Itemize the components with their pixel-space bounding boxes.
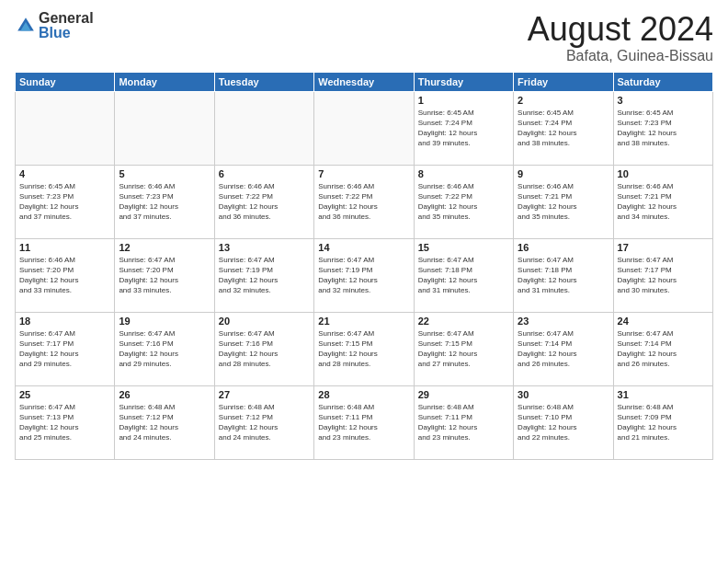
calendar-day: 24Sunrise: 6:47 AM Sunset: 7:14 PM Dayli… [613, 312, 712, 385]
day-info: Sunrise: 6:46 AM Sunset: 7:20 PM Dayligh… [19, 255, 110, 296]
day-info: Sunrise: 6:45 AM Sunset: 7:24 PM Dayligh… [418, 108, 509, 149]
calendar-day: 27Sunrise: 6:48 AM Sunset: 7:12 PM Dayli… [214, 385, 313, 459]
calendar-week-4: 18Sunrise: 6:47 AM Sunset: 7:17 PM Dayli… [16, 312, 713, 385]
col-saturday: Saturday [613, 72, 712, 91]
calendar-day: 8Sunrise: 6:46 AM Sunset: 7:22 PM Daylig… [414, 165, 513, 238]
calendar-day: 6Sunrise: 6:46 AM Sunset: 7:22 PM Daylig… [214, 165, 313, 238]
day-number: 19 [119, 316, 210, 327]
day-info: Sunrise: 6:48 AM Sunset: 7:11 PM Dayligh… [418, 402, 509, 443]
calendar-week-3: 11Sunrise: 6:46 AM Sunset: 7:20 PM Dayli… [16, 238, 713, 312]
col-monday: Monday [115, 72, 214, 91]
day-info: Sunrise: 6:47 AM Sunset: 7:17 PM Dayligh… [19, 328, 110, 370]
calendar-day: 25Sunrise: 6:47 AM Sunset: 7:13 PM Dayli… [16, 385, 115, 459]
day-number: 4 [19, 168, 110, 179]
day-number: 27 [219, 389, 310, 400]
day-number: 11 [19, 242, 110, 253]
logo-icon [15, 15, 37, 37]
calendar-day: 23Sunrise: 6:47 AM Sunset: 7:14 PM Dayli… [514, 312, 613, 385]
calendar-week-2: 4Sunrise: 6:45 AM Sunset: 7:23 PM Daylig… [16, 165, 713, 238]
day-info: Sunrise: 6:46 AM Sunset: 7:23 PM Dayligh… [119, 181, 210, 223]
day-number: 28 [318, 389, 409, 400]
calendar-day [115, 91, 214, 165]
day-number: 25 [19, 389, 110, 400]
day-info: Sunrise: 6:47 AM Sunset: 7:17 PM Dayligh… [618, 255, 709, 296]
logo-general: General [39, 11, 94, 26]
day-info: Sunrise: 6:48 AM Sunset: 7:10 PM Dayligh… [518, 402, 609, 443]
day-number: 1 [418, 95, 509, 106]
day-info: Sunrise: 6:47 AM Sunset: 7:20 PM Dayligh… [119, 255, 210, 296]
calendar-day: 17Sunrise: 6:47 AM Sunset: 7:17 PM Dayli… [613, 238, 712, 312]
day-number: 24 [618, 316, 709, 327]
calendar-day: 18Sunrise: 6:47 AM Sunset: 7:17 PM Dayli… [16, 312, 115, 385]
calendar-day: 21Sunrise: 6:47 AM Sunset: 7:15 PM Dayli… [314, 312, 414, 385]
day-number: 2 [518, 95, 609, 106]
col-thursday: Thursday [414, 72, 513, 91]
day-info: Sunrise: 6:48 AM Sunset: 7:09 PM Dayligh… [618, 402, 709, 443]
day-number: 16 [518, 242, 609, 253]
calendar-day: 16Sunrise: 6:47 AM Sunset: 7:18 PM Dayli… [514, 238, 613, 312]
calendar-day: 2Sunrise: 6:45 AM Sunset: 7:24 PM Daylig… [514, 91, 613, 165]
calendar-day [214, 91, 313, 165]
calendar-day: 31Sunrise: 6:48 AM Sunset: 7:09 PM Dayli… [613, 385, 712, 459]
day-info: Sunrise: 6:45 AM Sunset: 7:23 PM Dayligh… [618, 108, 709, 149]
calendar-day: 28Sunrise: 6:48 AM Sunset: 7:11 PM Dayli… [314, 385, 414, 459]
calendar-week-1: 1Sunrise: 6:45 AM Sunset: 7:24 PM Daylig… [16, 91, 713, 165]
day-info: Sunrise: 6:48 AM Sunset: 7:12 PM Dayligh… [119, 402, 210, 443]
day-number: 3 [618, 95, 709, 106]
col-sunday: Sunday [16, 72, 115, 91]
calendar-day: 5Sunrise: 6:46 AM Sunset: 7:23 PM Daylig… [115, 165, 214, 238]
day-info: Sunrise: 6:47 AM Sunset: 7:15 PM Dayligh… [318, 328, 409, 370]
day-info: Sunrise: 6:46 AM Sunset: 7:21 PM Dayligh… [618, 181, 709, 223]
calendar-day: 4Sunrise: 6:45 AM Sunset: 7:23 PM Daylig… [16, 165, 115, 238]
day-info: Sunrise: 6:48 AM Sunset: 7:11 PM Dayligh… [318, 402, 409, 443]
calendar-day: 15Sunrise: 6:47 AM Sunset: 7:18 PM Dayli… [414, 238, 513, 312]
col-friday: Friday [514, 72, 613, 91]
calendar-day: 26Sunrise: 6:48 AM Sunset: 7:12 PM Dayli… [115, 385, 214, 459]
day-info: Sunrise: 6:45 AM Sunset: 7:23 PM Dayligh… [19, 181, 110, 223]
calendar-day: 10Sunrise: 6:46 AM Sunset: 7:21 PM Dayli… [613, 165, 712, 238]
day-info: Sunrise: 6:48 AM Sunset: 7:12 PM Dayligh… [219, 402, 310, 443]
logo: General Blue [15, 11, 94, 40]
day-info: Sunrise: 6:47 AM Sunset: 7:14 PM Dayligh… [618, 328, 709, 370]
day-number: 31 [618, 389, 709, 400]
day-info: Sunrise: 6:46 AM Sunset: 7:22 PM Dayligh… [219, 181, 310, 223]
day-number: 18 [19, 316, 110, 327]
day-number: 26 [119, 389, 210, 400]
calendar-day: 11Sunrise: 6:46 AM Sunset: 7:20 PM Dayli… [16, 238, 115, 312]
day-number: 5 [119, 168, 210, 179]
calendar-day: 22Sunrise: 6:47 AM Sunset: 7:15 PM Dayli… [414, 312, 513, 385]
day-number: 22 [418, 316, 509, 327]
day-info: Sunrise: 6:46 AM Sunset: 7:21 PM Dayligh… [518, 181, 609, 223]
day-info: Sunrise: 6:47 AM Sunset: 7:19 PM Dayligh… [318, 255, 409, 296]
col-tuesday: Tuesday [214, 72, 313, 91]
calendar: Sunday Monday Tuesday Wednesday Thursday… [15, 72, 713, 460]
calendar-day: 13Sunrise: 6:47 AM Sunset: 7:19 PM Dayli… [214, 238, 313, 312]
calendar-day: 3Sunrise: 6:45 AM Sunset: 7:23 PM Daylig… [613, 91, 712, 165]
title-block: August 2024 Bafata, Guinea-Bissau [528, 11, 713, 64]
day-number: 10 [618, 168, 709, 179]
day-info: Sunrise: 6:47 AM Sunset: 7:19 PM Dayligh… [219, 255, 310, 296]
day-number: 30 [518, 389, 609, 400]
day-number: 8 [418, 168, 509, 179]
col-wednesday: Wednesday [314, 72, 414, 91]
calendar-day: 14Sunrise: 6:47 AM Sunset: 7:19 PM Dayli… [314, 238, 414, 312]
calendar-day: 30Sunrise: 6:48 AM Sunset: 7:10 PM Dayli… [514, 385, 613, 459]
logo-blue: Blue [39, 26, 94, 40]
day-info: Sunrise: 6:47 AM Sunset: 7:16 PM Dayligh… [119, 328, 210, 370]
day-number: 17 [618, 242, 709, 253]
day-number: 15 [418, 242, 509, 253]
day-info: Sunrise: 6:45 AM Sunset: 7:24 PM Dayligh… [518, 108, 609, 149]
calendar-day [16, 91, 115, 165]
calendar-header-row: Sunday Monday Tuesday Wednesday Thursday… [16, 72, 713, 91]
day-info: Sunrise: 6:47 AM Sunset: 7:16 PM Dayligh… [219, 328, 310, 370]
day-number: 29 [418, 389, 509, 400]
day-number: 20 [219, 316, 310, 327]
month-title: August 2024 [528, 11, 713, 48]
calendar-day: 29Sunrise: 6:48 AM Sunset: 7:11 PM Dayli… [414, 385, 513, 459]
day-info: Sunrise: 6:47 AM Sunset: 7:13 PM Dayligh… [19, 402, 110, 443]
day-number: 9 [518, 168, 609, 179]
day-info: Sunrise: 6:47 AM Sunset: 7:15 PM Dayligh… [418, 328, 509, 370]
day-number: 12 [119, 242, 210, 253]
page-header: General Blue August 2024 Bafata, Guinea-… [15, 11, 713, 64]
calendar-day: 12Sunrise: 6:47 AM Sunset: 7:20 PM Dayli… [115, 238, 214, 312]
